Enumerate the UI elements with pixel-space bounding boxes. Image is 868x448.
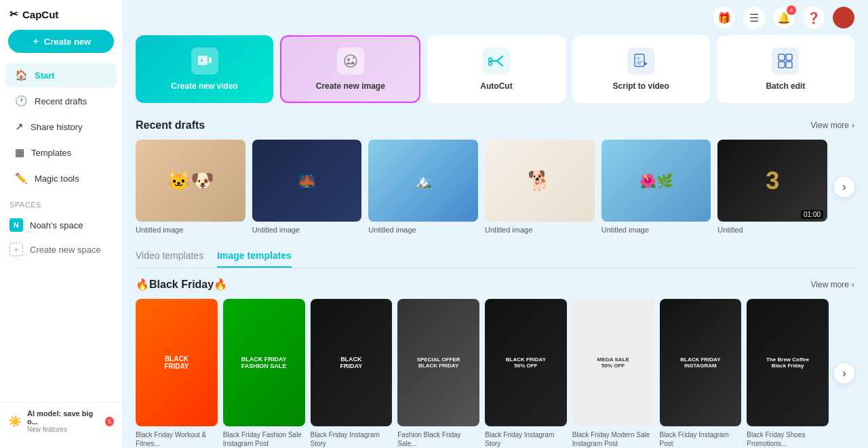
logo-icon: ✂: [9, 8, 18, 20]
recent-drafts-header: Recent drafts View more ›: [136, 119, 854, 131]
create-video-card[interactable]: + Create new video: [136, 35, 273, 103]
svg-rect-13: [778, 54, 785, 60]
template-thumb-1: BLACKFRIDAY: [136, 299, 218, 426]
draft-thumb-6: 3 01:00: [717, 140, 827, 222]
script-to-video-card[interactable]: AI Script to video: [572, 35, 710, 103]
templates-section-title: 🔥🔥Black Friday🔥Black Friday🔥: [136, 278, 227, 291]
bell-badge: 4: [787, 5, 796, 15]
noah-space-label: Noah's space: [30, 220, 83, 230]
template-label-3: Black Friday Instagram Story: [311, 430, 393, 448]
topbar: 🎁 ☰ 🔔 4 ❓: [136, 0, 854, 35]
template-label-1: Black Friday Workout & Fitnes...: [136, 430, 218, 448]
template-tabs: Video templates Image templates: [136, 250, 854, 268]
svg-text:+: +: [200, 58, 203, 64]
main-content: 🎁 ☰ 🔔 4 ❓ + Create new video: [122, 0, 868, 448]
ai-banner-subtitle: New features: [27, 426, 100, 433]
svg-rect-14: [786, 54, 792, 60]
template-thumb-3: BLACKFRIDAY: [311, 299, 393, 426]
create-plus-icon: ＋: [31, 35, 40, 47]
gift-button[interactable]: 🎁: [713, 7, 735, 28]
drafts-row: 🐱🐶 Untitled image 🌉 Untitled image 🏔️ Un…: [136, 140, 854, 234]
ai-banner-badge: 5: [105, 417, 114, 426]
template-label-5: Black Friday Instagram Story: [485, 430, 567, 448]
template-label-4: Fashion Black Friday Sale...: [397, 430, 479, 448]
tab-video-templates[interactable]: Video templates: [136, 250, 203, 268]
draft-card-1[interactable]: 🐱🐶 Untitled image: [136, 140, 245, 234]
draft-card-6[interactable]: 3 01:00 Untitled: [717, 140, 827, 234]
template-card-2[interactable]: BLACK FRIDAYFASHION SALE Black Friday Fa…: [223, 299, 305, 448]
template-card-1[interactable]: BLACKFRIDAY Black Friday Workout & Fitne…: [136, 299, 218, 448]
templates-icon: ▦: [15, 146, 24, 159]
create-new-button[interactable]: ＋ Create new: [8, 30, 114, 53]
draft-card-2[interactable]: 🌉 Untitled image: [252, 140, 362, 234]
create-image-icon: +: [337, 47, 364, 75]
templates-view-more[interactable]: View more ›: [811, 280, 854, 289]
noah-space-item[interactable]: N Noah's space: [0, 213, 122, 237]
template-label-7: Black Friday Instagram Post: [660, 430, 742, 448]
sidebar-item-share-history[interactable]: ↗ Share history: [5, 115, 117, 139]
ai-banner-icon: ☀️: [8, 415, 22, 428]
sidebar-item-start[interactable]: 🏠 Start: [5, 63, 117, 87]
autocut-label: AutoCut: [480, 81, 512, 91]
draft-duration-6: 01:00: [801, 210, 823, 219]
template-card-3[interactable]: BLACKFRIDAY Black Friday Instagram Story: [311, 299, 393, 448]
svg-marker-12: [644, 62, 648, 66]
template-label-6: Black Friday Modern Sale Instagram Post: [572, 430, 654, 448]
draft-card-3[interactable]: 🏔️ Untitled image: [368, 140, 478, 234]
sidebar-item-recent-drafts[interactable]: 🕐 Recent drafts: [5, 89, 117, 113]
drafts-next-button[interactable]: ›: [834, 177, 854, 197]
user-avatar[interactable]: [833, 7, 854, 28]
create-image-label: Create new image: [316, 81, 385, 91]
recent-drafts-view-more[interactable]: View more ›: [811, 121, 854, 130]
ai-banner[interactable]: ☀️ AI model: save big o... New features …: [0, 402, 122, 440]
svg-text:AI: AI: [637, 56, 640, 60]
script-to-video-label: Script to video: [613, 81, 669, 91]
clock-icon: 🕐: [15, 95, 28, 107]
autocut-card[interactable]: AutoCut: [427, 35, 565, 103]
help-button[interactable]: ❓: [803, 7, 825, 28]
templates-row: BLACKFRIDAY Black Friday Workout & Fitne…: [136, 299, 854, 448]
draft-card-4[interactable]: 🐕 Untitled image: [485, 140, 595, 234]
create-image-card[interactable]: + Create new image: [280, 35, 420, 103]
template-card-5[interactable]: BLACK FRIDAY50% OFF Black Friday Instagr…: [485, 299, 567, 448]
logo: ✂ CapCut: [0, 8, 122, 30]
sidebar-item-magic-tools[interactable]: ✏️ Magic tools: [5, 166, 117, 190]
template-card-8[interactable]: The Brew CoffeeBlack Friday Black Friday…: [747, 299, 829, 448]
draft-card-5[interactable]: 🌺🌿 Untitled image: [601, 140, 711, 234]
template-card-7[interactable]: BLACK FRIDAYINSTAGRAM Black Friday Insta…: [660, 299, 742, 448]
tab-image-templates[interactable]: Image templates: [217, 250, 292, 268]
template-label-2: Black Friday Fashion Sale Instagram Post: [223, 430, 305, 448]
menu-button[interactable]: ☰: [743, 7, 765, 28]
spaces-label: Spaces: [0, 191, 122, 213]
home-icon: 🏠: [15, 69, 28, 81]
app-name: CapCut: [22, 9, 58, 20]
svg-rect-16: [786, 62, 792, 68]
template-card-4[interactable]: SPECIAL OFFERBLACK FRIDAY Fashion Black …: [397, 299, 479, 448]
autocut-icon: [483, 47, 510, 75]
bell-button[interactable]: 🔔 4: [773, 7, 795, 28]
templates-next-button[interactable]: ›: [834, 363, 854, 384]
create-video-icon: +: [191, 47, 218, 75]
draft-label-1: Untitled image: [136, 226, 245, 234]
draft-thumb-2: 🌉: [252, 140, 362, 222]
batch-edit-card[interactable]: Batch edit: [717, 35, 854, 103]
sidebar-item-templates[interactable]: ▦ Templates: [5, 140, 117, 165]
draft-label-3: Untitled image: [368, 226, 478, 234]
template-thumb-5: BLACK FRIDAY50% OFF: [485, 299, 567, 426]
template-label-8: Black Friday Shoes Promotions...: [747, 430, 829, 448]
templates-section-header: 🔥🔥Black Friday🔥Black Friday🔥 View more ›: [136, 278, 854, 291]
template-card-6[interactable]: MEGA SALE50% OFF Black Friday Modern Sal…: [572, 299, 654, 448]
svg-point-4: [347, 58, 350, 61]
create-space-icon: +: [9, 243, 23, 256]
draft-label-6: Untitled: [717, 226, 827, 234]
template-thumb-2: BLACK FRIDAYFASHION SALE: [223, 299, 305, 426]
batch-edit-label: Batch edit: [766, 81, 805, 91]
draft-thumb-3: 🏔️: [368, 140, 478, 222]
svg-point-7: [489, 62, 492, 66]
create-video-label: Create new video: [171, 81, 238, 91]
draft-label-2: Untitled image: [252, 226, 362, 234]
noah-avatar: N: [9, 218, 23, 232]
script-to-video-icon: AI: [627, 47, 654, 75]
quick-actions-bar: + Create new video + Create new image: [136, 35, 854, 103]
create-space-item[interactable]: + Create new space: [0, 237, 122, 262]
